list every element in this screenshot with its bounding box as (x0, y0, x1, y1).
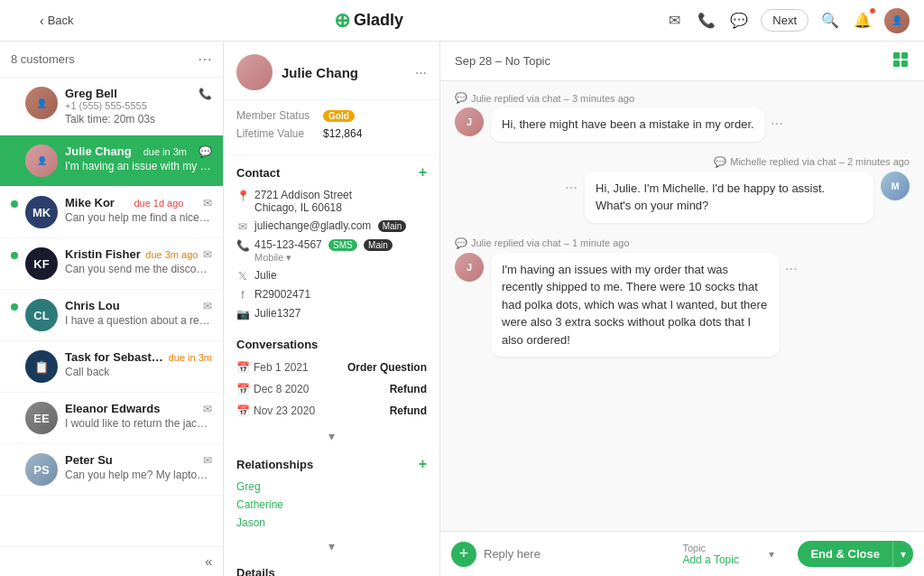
message-bubble: Hi, there might have been a mistake in m… (491, 107, 765, 142)
end-close-button[interactable]: End & Close ▾ (798, 541, 913, 567)
customer-item[interactable]: 👤 Julie Chang due in 3m 💬 I'm having an … (0, 135, 223, 187)
topic-chevron-icon[interactable]: ▾ (769, 548, 774, 561)
message-group: 💬 Julie replied via chat – 1 minute ago … (455, 237, 910, 358)
chat-bubble-icon: 💬 (714, 156, 726, 168)
customer-item[interactable]: EE Eleanor Edwards ✉ I would like to ret… (0, 393, 223, 444)
svg-rect-1 (901, 52, 908, 59)
relationship-item[interactable]: Catherine (224, 496, 439, 514)
chat-header-icon[interactable] (892, 51, 910, 71)
top-nav: ‹ Back ⊕ Gladly ✉ 📞 💬 Next 🔍 🔔 👤 (0, 0, 924, 42)
contact-facebook: f R29002471 (224, 285, 439, 304)
message-more-icon[interactable]: ⋯ (565, 179, 578, 198)
contact-address: 📍 2721 Addison Street Chicago, IL 60618 (224, 186, 439, 217)
customer-item[interactable]: PS Peter Su ✉ Can you help me? My laptop… (0, 444, 223, 496)
sender-avatar: J (455, 107, 484, 136)
message-timestamp: 💬 Julie replied via chat – 3 minutes ago (455, 92, 910, 104)
customer-item[interactable]: KF Kristin Fisher due 3m ago ✉ Can you s… (0, 238, 223, 290)
customer-info: Julie Chang due in 3m 💬 I'm having an is… (65, 144, 212, 172)
message-more-icon[interactable]: ⋯ (771, 115, 783, 134)
chat-area: Sep 28 – No Topic 💬 Julie replied via ch… (440, 42, 924, 576)
add-reply-button[interactable]: + (451, 542, 476, 567)
menu-icon[interactable] (14, 12, 32, 30)
contact-twitter: 𝕏 Julie (224, 266, 439, 285)
notifications-icon[interactable]: 🔔 (852, 10, 873, 32)
chat-footer: + Topic Add a Topic ▾ End & Close ▾ (440, 531, 924, 576)
online-status (11, 252, 18, 259)
sidebar-more-icon[interactable]: ⋯ (198, 51, 212, 68)
collapse-sidebar-button[interactable]: « (205, 554, 212, 569)
relationships-expand-button[interactable]: ▾ (224, 535, 439, 557)
conversation-item[interactable]: 📅 Dec 8 2020 Refund (224, 378, 439, 400)
customer-item[interactable]: CL Chris Lou ✉ I have a question about a… (0, 290, 223, 341)
channel-icon: 📞 (199, 88, 212, 100)
customer-item[interactable]: 👤 Greg Bell 📞 +1 (555) 555-5555 Talk tim… (0, 78, 223, 135)
add-contact-button[interactable]: + (419, 164, 427, 181)
facebook-icon: f (236, 289, 249, 302)
avatar: MK (25, 196, 58, 228)
contact-section-header: Contact + (224, 155, 439, 186)
phone-icon[interactable]: 📞 (696, 10, 717, 32)
conversation-item[interactable]: 📅 Feb 1 2021 Order Question (224, 357, 439, 378)
customer-item[interactable]: 📋 Task for Sebasta... due in 3m Call bac… (0, 341, 223, 393)
details-section-header: Details (224, 557, 439, 576)
email-tag: Main (378, 220, 407, 232)
customer-item[interactable]: MK Mike Kor due 1d ago ✉ Can you help me… (0, 187, 223, 238)
avatar: KF (25, 247, 58, 280)
message-more-icon[interactable]: ⋯ (785, 260, 798, 279)
channel-icon: ✉ (203, 403, 212, 415)
calendar-icon: 📅 (236, 404, 250, 417)
back-button[interactable]: ‹ Back (40, 14, 74, 28)
avatar: EE (25, 402, 58, 434)
profile-avatar (236, 54, 273, 90)
contact-email: ✉ juliechange@gladly.com Main (224, 217, 439, 236)
app-logo: ⊕ Gladly (334, 9, 403, 33)
conversations-expand-button[interactable]: ▾ (224, 425, 439, 447)
avatar: 👤 (25, 144, 58, 177)
topic-value[interactable]: Add a Topic (682, 553, 763, 566)
gold-badge: Gold (323, 110, 355, 122)
customer-info: Greg Bell 📞 +1 (555) 555-5555 Talk time:… (65, 87, 212, 125)
svg-rect-2 (893, 60, 900, 67)
email-icon[interactable]: ✉ (663, 10, 685, 32)
end-close-chevron-icon[interactable]: ▾ (892, 542, 913, 567)
message-timestamp: 💬 Michelle replied via chat – 2 minutes … (455, 156, 910, 168)
relationship-item[interactable]: Greg (224, 478, 439, 496)
conversation-item[interactable]: 📅 Nov 23 2020 Refund (224, 400, 439, 422)
phone-icon: 📞 (236, 239, 249, 252)
reply-input[interactable] (484, 547, 675, 561)
customer-info: Kristin Fisher due 3m ago ✉ Can you send… (65, 247, 212, 275)
avatar: 👤 (25, 87, 58, 119)
instagram-icon: 📷 (236, 308, 249, 321)
twitter-icon: 𝕏 (236, 270, 249, 283)
sidebar-header: 8 customers ⋯ (0, 42, 223, 78)
customer-list: 👤 Greg Bell 📞 +1 (555) 555-5555 Talk tim… (0, 78, 223, 546)
online-status (11, 303, 18, 311)
relationship-item[interactable]: Jason (224, 514, 439, 532)
conversations-section-header: Conversations (224, 329, 439, 357)
chat-header: Sep 28 – No Topic (440, 42, 924, 81)
online-status (11, 200, 18, 208)
calendar-icon: 📅 (236, 361, 250, 374)
chat-bubble-icon: 💬 (455, 92, 467, 104)
notification-badge (869, 7, 876, 14)
nav-left: ‹ Back (14, 12, 74, 30)
relationships-section-header: Relationships + (224, 447, 439, 478)
svg-rect-0 (893, 52, 900, 59)
channel-icon: 💬 (199, 145, 212, 158)
message-bubble: Hi, Julie. I'm Michelle. I'd be happy to… (585, 172, 873, 223)
main-tag: Main (364, 239, 393, 251)
user-avatar[interactable]: 👤 (884, 8, 910, 33)
online-status (11, 458, 18, 465)
channel-icon: ✉ (203, 300, 212, 312)
customer-info: Mike Kor due 1d ago ✉ Can you help me fi… (65, 196, 212, 224)
search-icon[interactable]: 🔍 (819, 10, 841, 32)
message-row: J Hi, there might have been a mistake in… (455, 107, 910, 142)
sms-tag: SMS (328, 239, 357, 251)
chat-icon[interactable]: 💬 (728, 10, 750, 32)
contact-instagram: 📷 Julie1327 (224, 304, 439, 323)
add-relationship-button[interactable]: + (419, 456, 427, 472)
next-button[interactable]: Next (761, 9, 808, 32)
profile-more-icon[interactable]: ⋯ (415, 66, 427, 79)
customer-info: Eleanor Edwards ✉ I would like to return… (65, 402, 212, 430)
channel-icon: ✉ (203, 248, 212, 261)
